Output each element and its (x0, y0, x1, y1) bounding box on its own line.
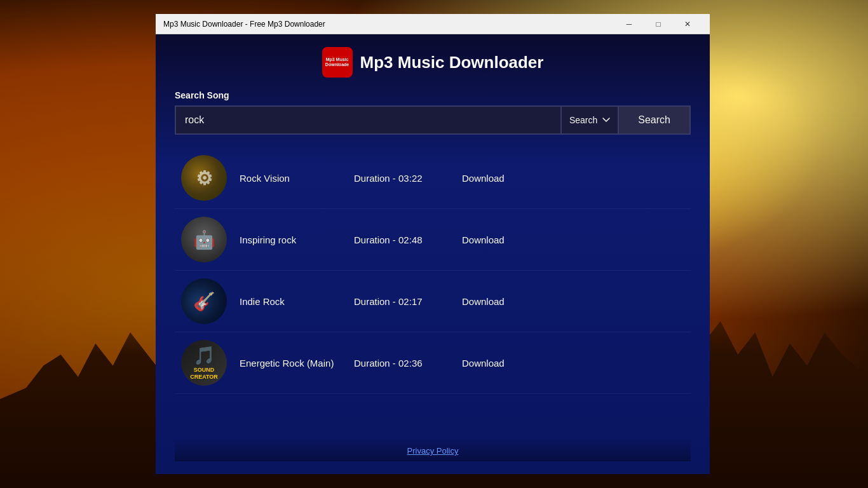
close-button[interactable]: ✕ (673, 14, 702, 34)
track-thumbnail-4: SOUND CREATOR (181, 340, 227, 386)
track-thumbnail-1 (181, 155, 227, 201)
main-content: Mp3 Music Downloade Mp3 Music Downloader… (156, 34, 710, 474)
search-input[interactable] (175, 105, 560, 135)
app-icon: Mp3 Music Downloade (322, 47, 353, 78)
track-duration-3: Duration - 02:17 (354, 296, 462, 307)
search-label: Search Song (175, 90, 691, 100)
track-name-2: Inspiring rock (240, 234, 354, 245)
track-name-4: Energetic Rock (Main) (240, 358, 354, 369)
download-button-1[interactable]: Download (462, 173, 505, 184)
list-item: SOUND CREATOR Energetic Rock (Main) Dura… (175, 332, 691, 394)
maximize-button[interactable]: □ (644, 14, 673, 34)
app-icon-text-line2: Downloade (325, 62, 349, 67)
titlebar: Mp3 Music Downloader - Free Mp3 Download… (156, 14, 710, 34)
track-thumbnail-2 (181, 217, 227, 262)
window-controls: ─ □ ✕ (614, 14, 702, 34)
app-header: Mp3 Music Downloade Mp3 Music Downloader (175, 47, 691, 78)
track-name-3: Indie Rock (240, 296, 354, 307)
minimize-button[interactable]: ─ (614, 14, 644, 34)
download-button-4[interactable]: Download (462, 358, 505, 369)
search-row: Search Search (175, 105, 691, 135)
window-title: Mp3 Music Downloader - Free Mp3 Download… (163, 20, 614, 29)
app-window: Mp3 Music Downloader - Free Mp3 Download… (156, 14, 710, 474)
search-button[interactable]: Search (618, 105, 691, 135)
download-button-2[interactable]: Download (462, 234, 505, 245)
app-title: Mp3 Music Downloader (360, 53, 544, 72)
track-info-1: Rock Vision Duration - 03:22 Download (240, 173, 684, 184)
track-name-1: Rock Vision (240, 173, 354, 184)
track-thumbnail-3 (181, 278, 227, 324)
download-button-3[interactable]: Download (462, 296, 505, 307)
results-container[interactable]: Rock Vision Duration - 03:22 Download In… (175, 147, 691, 440)
track-duration-1: Duration - 03:22 (354, 173, 462, 184)
search-type-label: Search (569, 115, 597, 125)
list-item: Indie Rock Duration - 02:17 Download (175, 271, 691, 332)
search-section: Search Song Search Search (175, 90, 691, 135)
track-info-4: Energetic Rock (Main) Duration - 02:36 D… (240, 358, 684, 369)
list-item: Rock Vision Duration - 03:22 Download (175, 147, 691, 209)
chevron-down-icon (602, 118, 610, 123)
search-type-dropdown[interactable]: Search (560, 105, 618, 135)
privacy-policy-link[interactable]: Privacy Policy (407, 446, 459, 456)
app-icon-text-line1: Mp3 Music (326, 57, 349, 62)
track-duration-4: Duration - 02:36 (354, 358, 462, 369)
footer: Privacy Policy (175, 440, 691, 461)
track-duration-2: Duration - 02:48 (354, 234, 462, 245)
track-info-2: Inspiring rock Duration - 02:48 Download (240, 234, 684, 245)
track-info-3: Indie Rock Duration - 02:17 Download (240, 296, 684, 307)
list-item: Inspiring rock Duration - 02:48 Download (175, 209, 691, 271)
